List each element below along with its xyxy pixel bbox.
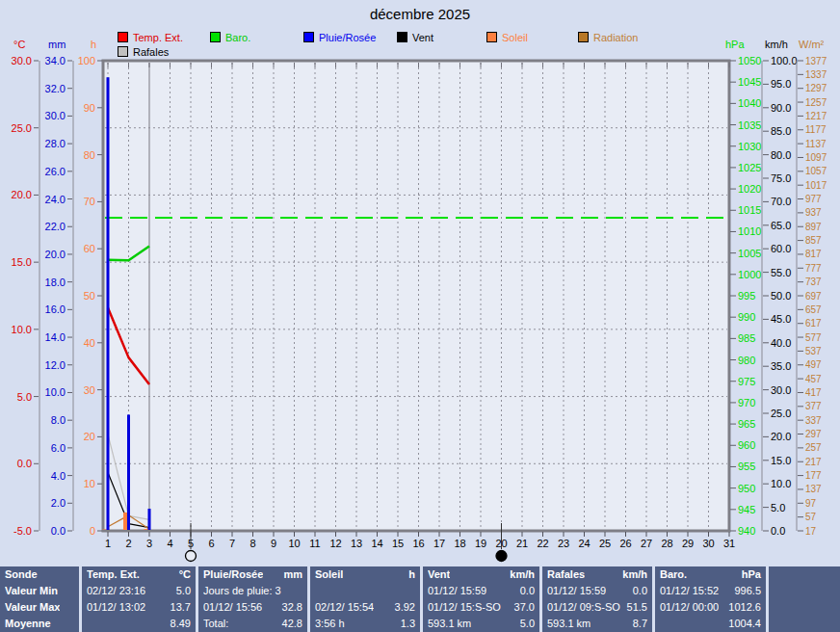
tick-label: 817 (805, 249, 822, 259)
tick-label: 90.0 (771, 102, 791, 114)
day-label: 4 (167, 538, 172, 549)
tick-label: 177 (805, 470, 822, 481)
table-row: Ventkm/h (423, 566, 539, 583)
day-label: 26 (619, 538, 631, 549)
tick-label: 70.0 (771, 196, 791, 207)
table-cell: 3:56 h (315, 616, 345, 632)
table-row: 3:56 h1.3 (310, 616, 420, 632)
tick-label: 1000 (738, 269, 761, 280)
table-row: 01/12/ 15:S-SO37.0 (423, 599, 539, 616)
tick-label: 137 (805, 484, 822, 494)
tick-label: 960 (738, 439, 755, 451)
table-cell: 02/12/ 15:54 (315, 599, 374, 616)
tick-label: 1050 (738, 55, 761, 66)
day-label: 3 (146, 538, 152, 549)
tick-label: 80 (84, 149, 95, 161)
tick-label: 100 (78, 55, 95, 66)
axis-temp-c: 30.025.020.015.010.05.00.0-5.0 (12, 55, 39, 537)
axis-sun-h: 1009080706050403020100 (78, 55, 102, 537)
tick-label: 0.0 (771, 525, 785, 537)
tick-label: 0.0 (51, 525, 66, 537)
table-panel-rafales: Rafaleskm/h01/12/ 15:590.001/12/ 09:S-SO… (542, 566, 652, 632)
table-cell: Valeur Max (5, 599, 60, 616)
tick-label: 980 (738, 355, 755, 366)
table-row: Pluie/Roséemm (198, 566, 307, 583)
tick-label: 50 (84, 290, 95, 302)
tick-label: 617 (805, 318, 822, 329)
tick-label: 1137 (805, 139, 827, 149)
tick-label: 1040 (738, 97, 761, 109)
table-row: 8.49 (82, 616, 196, 632)
tick-label: 537 (805, 346, 822, 356)
tick-label: 26.0 (45, 166, 66, 177)
table-panel-row-labels: SondeValeur MinValeur MaxMoyenne (0, 566, 79, 632)
tick-label: 297 (805, 429, 822, 439)
monthly-weather-chart: 30.025.020.015.010.05.00.0-5.034.032.030… (0, 0, 840, 565)
axis-baro-hpa: 1050104510401035103010251020101510101005… (730, 55, 761, 537)
tick-label: 995 (738, 290, 755, 302)
table-row: Moyenne (0, 616, 79, 632)
table-cell: Rafales (547, 566, 585, 583)
table-cell: 01/12/ 15:52 (660, 583, 719, 599)
tick-label: 1045 (738, 76, 761, 88)
tick-label: 15.0 (12, 256, 32, 268)
table-cell: Valeur Min (5, 583, 58, 599)
table-cell: 0.0 (633, 583, 647, 599)
table-row: 02/12/ 23:165.0 (82, 583, 196, 599)
tick-label: 990 (738, 311, 755, 323)
table-cell: 01/12/ 15:56 (203, 599, 262, 616)
tick-label: 965 (738, 418, 755, 430)
tick-label: 28.0 (45, 138, 66, 149)
day-label: 18 (454, 538, 465, 549)
table-row: 593.1 km8.7 (542, 616, 652, 632)
table-cell: 5.0 (176, 583, 191, 599)
tick-label: 577 (805, 332, 822, 343)
tick-label: 497 (805, 359, 822, 370)
table-cell: Total: (203, 616, 228, 632)
table-cell: 32.8 (282, 599, 302, 616)
tick-label: 40.0 (771, 337, 791, 349)
tick-label: 12.0 (45, 359, 66, 371)
full-moon-symbol (186, 551, 197, 562)
table-cell: 37.0 (514, 599, 535, 616)
tick-label: 57 (805, 512, 817, 522)
stats-table: SondeValeur MinValeur MaxMoyenneTemp. Ex… (0, 566, 840, 632)
tick-label: 897 (805, 222, 822, 232)
table-cell: 01/12/ 13:02 (87, 599, 145, 616)
day-label: 11 (309, 538, 320, 549)
tick-label: 950 (738, 483, 755, 494)
tick-label: 10.0 (12, 324, 32, 335)
table-cell: 0.0 (520, 583, 535, 599)
table-cell: 1012.6 (728, 599, 761, 616)
tick-label: 657 (805, 304, 822, 315)
tick-label: 1020 (738, 183, 761, 195)
tick-label: 5.0 (771, 502, 785, 514)
day-label: 29 (682, 538, 694, 549)
new-moon-symbol (496, 551, 507, 562)
tick-label: 1097 (805, 152, 827, 163)
day-label: 14 (371, 538, 382, 549)
tick-label: 1057 (805, 166, 827, 176)
table-row: Rafaleskm/h (542, 566, 652, 583)
table-row: Sonde (0, 566, 79, 583)
tick-label: 1337 (805, 69, 827, 80)
table-cell: Sonde (5, 566, 38, 583)
tick-label: 65.0 (771, 220, 791, 231)
tick-label: 100.0 (771, 55, 798, 66)
tick-label: 25.0 (12, 122, 32, 134)
table-cell: 8.49 (171, 616, 191, 632)
tick-label: 80.0 (771, 149, 791, 161)
tick-label: 1297 (805, 83, 827, 93)
day-label: 10 (288, 538, 300, 549)
day-label: 22 (537, 538, 548, 549)
tick-label: 1005 (738, 248, 761, 259)
tick-label: 457 (805, 374, 822, 384)
tick-label: 777 (805, 263, 822, 274)
table-cell: 8.7 (633, 616, 647, 632)
table-cell: Temp. Ext. (87, 566, 140, 583)
day-label: 23 (558, 538, 569, 549)
tick-label: 90 (84, 102, 95, 114)
table-row: Total:42.8 (198, 616, 307, 632)
tick-label: 85.0 (771, 125, 791, 137)
tick-label: 24.0 (45, 194, 66, 205)
